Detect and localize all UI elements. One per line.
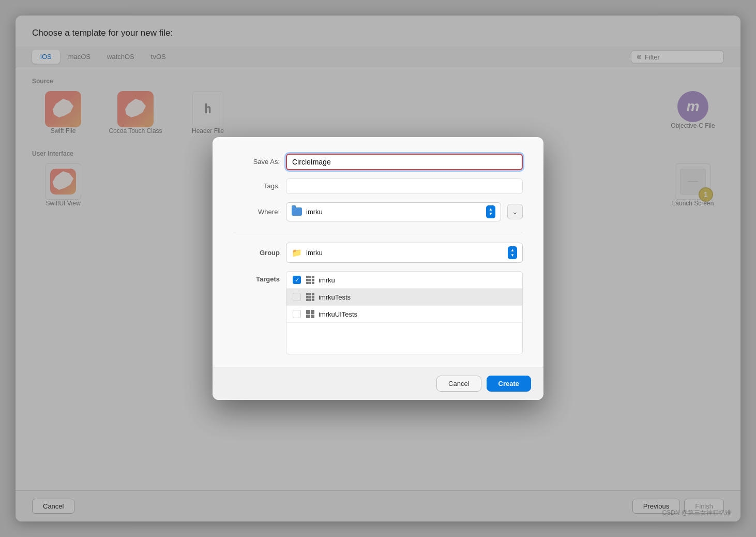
- cancel-button[interactable]: Cancel: [436, 376, 481, 392]
- list-item[interactable]: imrkuTests: [286, 289, 522, 306]
- create-button[interactable]: Create: [487, 376, 531, 392]
- where-select[interactable]: imrku ▲ ▼: [286, 202, 501, 221]
- tags-input[interactable]: [286, 178, 523, 194]
- stepper-down-icon: ▼: [510, 253, 515, 258]
- group-row: Group 📁 imrku ▲ ▼: [233, 243, 523, 263]
- save-as-input[interactable]: [286, 154, 523, 170]
- folder-icon: [292, 207, 302, 216]
- save-dialog: Save As: Tags: Where: imrku ▲ ▼: [213, 137, 543, 400]
- where-label: Where:: [233, 208, 280, 216]
- stepper-up-icon: ▲: [510, 248, 515, 253]
- target-list-spacer: [286, 323, 522, 354]
- group-select[interactable]: 📁 imrku ▲ ▼: [286, 243, 523, 263]
- folder-icon: 📁: [292, 248, 302, 258]
- tags-label: Tags:: [233, 182, 280, 190]
- target-name: imrkuUITests: [319, 310, 357, 318]
- target-checkbox-imrkutests[interactable]: [293, 293, 301, 301]
- stepper-down-icon: ▼: [489, 212, 493, 217]
- list-item[interactable]: imrkuUITests: [286, 306, 522, 323]
- modal-overlay: Save As: Tags: Where: imrku ▲ ▼: [0, 0, 756, 537]
- group-value: imrku: [306, 249, 323, 257]
- save-as-row: Save As:: [233, 154, 523, 170]
- chevron-down-icon: ⌄: [512, 207, 518, 216]
- where-value: imrku: [306, 208, 323, 216]
- targets-list: imrku: [286, 271, 523, 354]
- tags-row: Tags:: [233, 178, 523, 194]
- list-item[interactable]: imrku: [286, 272, 522, 289]
- divider: [233, 232, 523, 232]
- target-icon-imrku: [306, 276, 314, 284]
- target-checkbox-imrkuuitests[interactable]: [293, 310, 301, 318]
- stepper-up-icon: ▲: [489, 207, 493, 212]
- group-label: Group: [233, 249, 280, 257]
- target-checkbox-imrku[interactable]: [293, 276, 301, 284]
- modal-body: Save As: Tags: Where: imrku ▲ ▼: [213, 137, 543, 367]
- group-stepper[interactable]: ▲ ▼: [508, 246, 517, 259]
- target-name: imrkuTests: [319, 293, 351, 301]
- chevron-down-button[interactable]: ⌄: [507, 204, 523, 219]
- target-icon-imrkuuitests: [306, 310, 314, 318]
- save-as-label: Save As:: [233, 158, 280, 166]
- modal-footer: Cancel Create: [213, 367, 543, 400]
- where-stepper[interactable]: ▲ ▼: [486, 205, 495, 218]
- targets-label: Targets: [233, 271, 280, 283]
- where-row: Where: imrku ▲ ▼ ⌄: [233, 202, 523, 221]
- targets-row: Targets: [233, 271, 523, 354]
- target-icon-imrkutests: [306, 293, 314, 301]
- target-name: imrku: [319, 276, 335, 284]
